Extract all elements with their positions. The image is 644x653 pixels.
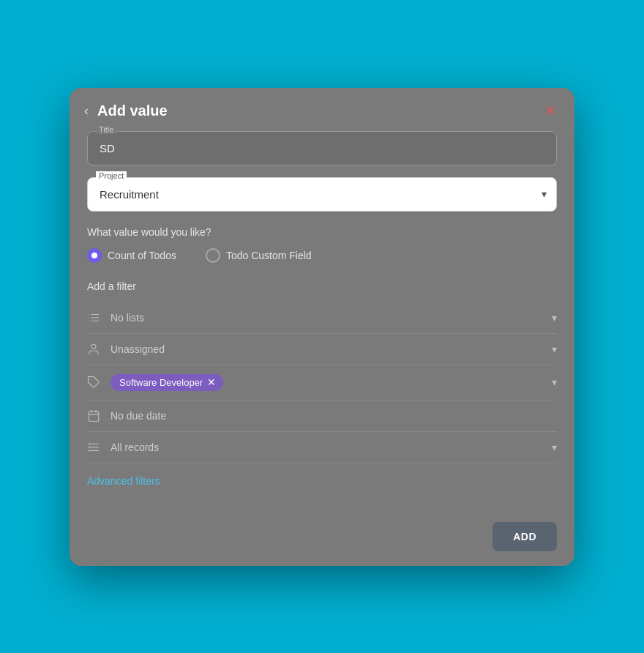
modal-header: ‹ Add value ✕ <box>70 88 574 131</box>
modal-footer: ADD <box>70 510 574 566</box>
filter-assignee-arrow-icon: ▾ <box>552 343 557 355</box>
add-value-modal: ‹ Add value ✕ Title Project Recruitment … <box>70 88 574 566</box>
add-filter-label: Add a filter <box>87 280 557 292</box>
advanced-filters-link[interactable]: Advanced filters <box>87 475 160 487</box>
modal-body: Title Project Recruitment ▾ What value w… <box>70 131 574 510</box>
filter-due-date-value: No due date <box>111 410 557 422</box>
filter-records-arrow-icon: ▾ <box>552 441 557 453</box>
filter-tag[interactable]: Software Developer ✕ ▾ <box>87 365 557 400</box>
filter-assignee[interactable]: Unassigned ▾ <box>87 334 557 365</box>
radio-count-todos[interactable]: Count of Todos <box>87 248 176 263</box>
radio-todo-custom[interactable]: Todo Custom Field <box>206 248 312 263</box>
radio-label-count-todos: Count of Todos <box>108 250 176 261</box>
project-label: Project <box>96 171 127 180</box>
filter-due-date[interactable]: No due date <box>87 400 557 432</box>
filter-records-value: All records <box>111 441 552 453</box>
filter-tag-arrow-icon: ▾ <box>552 376 557 388</box>
filter-lists-value: No lists <box>111 312 552 324</box>
title-label: Title <box>96 125 116 134</box>
radio-label-todo-custom: Todo Custom Field <box>226 250 312 261</box>
list-icon <box>87 311 111 324</box>
back-button[interactable]: ‹ <box>84 104 89 117</box>
value-question: What value would you like? <box>87 226 557 238</box>
records-icon <box>87 441 111 454</box>
add-button[interactable]: ADD <box>493 522 557 551</box>
chip-remove-button[interactable]: ✕ <box>207 377 216 387</box>
calendar-icon <box>87 409 111 422</box>
filter-assignee-value: Unassigned <box>111 343 552 355</box>
modal-title: Add value <box>97 102 544 119</box>
filter-lists[interactable]: No lists ▾ <box>87 302 557 334</box>
filter-records[interactable]: All records ▾ <box>87 432 557 463</box>
filter-lists-arrow-icon: ▾ <box>552 312 557 324</box>
svg-point-6 <box>91 344 96 348</box>
chip-label: Software Developer <box>119 377 203 388</box>
filter-tag-value: Software Developer ✕ <box>111 374 552 391</box>
tag-icon <box>87 376 111 389</box>
software-developer-chip: Software Developer ✕ <box>111 374 223 391</box>
radio-group: Count of Todos Todo Custom Field <box>87 248 557 263</box>
radio-circle-count-todos <box>87 248 102 263</box>
radio-circle-todo-custom <box>206 248 220 263</box>
close-button[interactable]: ✕ <box>544 103 557 118</box>
title-input[interactable] <box>87 131 557 165</box>
project-field-group: Project Recruitment ▾ <box>87 177 557 212</box>
person-icon <box>87 343 111 356</box>
title-field-group: Title <box>87 131 557 165</box>
svg-rect-8 <box>89 411 99 422</box>
project-select[interactable]: Recruitment <box>87 177 557 212</box>
